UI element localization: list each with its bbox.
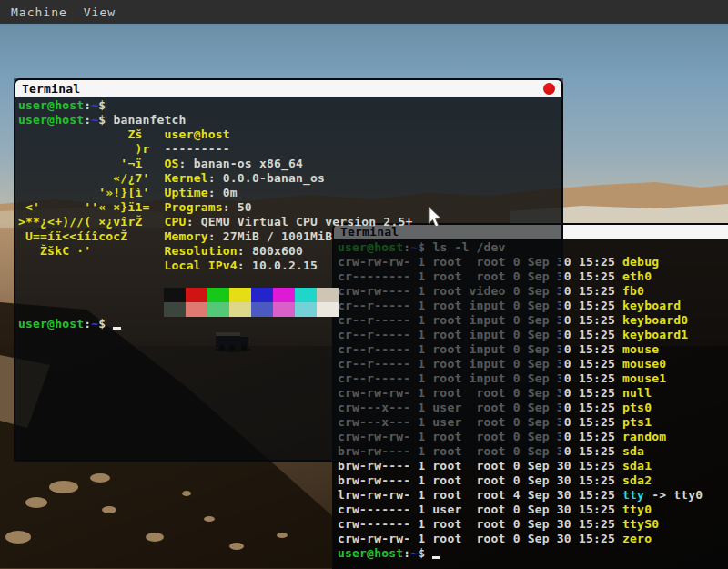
text-segment: U==íï<<ííîcocŽ (18, 229, 165, 243)
text-segment: lrw-rw-rw- 1 root root 4 Sep 30 15:25 (338, 488, 622, 502)
terminal-line: crw-rw-rw- 1 root root 0 Sep 30 15:25 ze… (338, 532, 728, 546)
palette-swatch (229, 302, 251, 317)
terminal-line (18, 273, 561, 288)
palette-swatch (317, 288, 339, 302)
terminal-line: lrw-rw-rw- 1 root root 4 Sep 30 15:25 tt… (338, 488, 728, 503)
text-segment: tty0 (622, 503, 652, 516)
text-segment: ttyS0 (622, 517, 659, 531)
terminal-line: ŽškC ·' Resolution: 800x600 (18, 244, 561, 259)
text-segment: : QEMU Virtual CPU version 2.5+ (187, 215, 413, 229)
text-segment: Kernel (165, 171, 208, 185)
color-palette-row (18, 288, 561, 302)
palette-swatch (229, 288, 251, 302)
palette-swatch (186, 302, 207, 317)
text-segment: pts1 (622, 415, 652, 429)
color-palette-row (18, 302, 561, 317)
palette-swatch (295, 302, 317, 317)
text-segment: : 10.0.2.15 (238, 259, 318, 272)
text-segment: bananfetch (113, 113, 186, 127)
text-segment: user@host (18, 98, 84, 112)
mouse-cursor-icon (428, 206, 446, 229)
text-segment: '¬ï (18, 157, 165, 170)
terminal-line: Local IPv4: 10.0.2.15 (18, 259, 561, 273)
menu-item-view[interactable]: View (84, 5, 116, 19)
text-segment: : 50 (223, 200, 252, 214)
text-segment: mouse0 (622, 357, 666, 371)
terminal-line: «/¿7' Kernel: 0.0.0-banan_os (18, 171, 561, 186)
text-segment: user@host (18, 317, 84, 330)
text-segment: sda1 (622, 459, 652, 472)
terminal-line: user@host:~$ bananfetch (18, 113, 561, 127)
terminal-line: crw------- 1 user root 0 Sep 30 15:25 tt… (338, 503, 728, 517)
palette-swatch (251, 288, 273, 302)
palette-swatch (251, 302, 273, 317)
terminal-line: brw-rw---- 1 root root 0 Sep 30 15:25 sd… (338, 473, 728, 488)
text-segment: Local IPv4 (165, 259, 238, 272)
text-segment: $ (98, 113, 113, 127)
terminal-line: user@host:~$ (338, 546, 728, 561)
palette-swatch (207, 302, 229, 317)
palette-swatch (186, 288, 207, 302)
text-segment: : 27MiB / 1001MiB (208, 229, 332, 243)
text-segment: OS (165, 157, 179, 170)
text-segment: Memory (165, 229, 208, 243)
text-segment: )r (18, 142, 165, 156)
terminal-line: crw------- 1 root root 0 Sep 30 15:25 tt… (338, 517, 728, 532)
text-segment: zero (622, 532, 652, 545)
text-segment: : banan-os x86_64 (179, 157, 303, 170)
terminal-line: '¬ï OS: banan-os x86_64 (18, 157, 561, 171)
terminal-line: )r --------- (18, 142, 561, 157)
text-cursor (113, 327, 121, 330)
text-segment: $ (98, 98, 106, 112)
terminal-line: >**¿<+)//( ×¿vîrŽ CPU: QEMU Virtual CPU … (18, 215, 561, 229)
text-segment: debug (622, 255, 659, 269)
close-button[interactable] (543, 83, 555, 95)
text-segment: mouse1 (622, 371, 666, 385)
text-segment: CPU (165, 215, 187, 229)
terminal-line: '»!}[ì' Uptime: 0m (18, 186, 561, 200)
palette-swatch (164, 288, 186, 302)
terminal-line: Zš user@host (18, 127, 561, 142)
text-segment: tty (622, 488, 644, 502)
text-segment: >**¿<+)//( ×¿vîrŽ (18, 215, 165, 229)
text-segment: user@host (165, 127, 230, 141)
palette-swatch (295, 288, 317, 302)
palette-swatch (164, 302, 186, 317)
text-segment: pts0 (622, 401, 652, 414)
text-segment: Resolution (165, 244, 238, 258)
palette-swatch (273, 288, 295, 302)
text-segment: Zš (18, 127, 165, 141)
terminal-line: <' ''« ×}ï1= Programs: 50 (18, 200, 561, 215)
text-segment: null (622, 386, 652, 400)
terminal-line: user@host:~$ (18, 317, 561, 331)
text-segment: crw------- 1 user root 0 Sep 30 15:25 (338, 503, 622, 516)
text-segment: crw-rw-rw- 1 root root 0 Sep 30 15:25 (338, 532, 622, 545)
text-segment: Uptime (165, 186, 208, 199)
menu-item-machine[interactable]: Machine (11, 5, 67, 19)
text-segment: sda2 (622, 473, 652, 487)
text-segment: <' ''« ×}ï1= (18, 200, 165, 214)
palette-swatch (273, 302, 295, 317)
text-segment: fb0 (622, 284, 644, 298)
text-segment: crw------- 1 root root 0 Sep 30 15:25 (338, 517, 622, 531)
window-title: Terminal (15, 82, 80, 96)
text-segment: $ (418, 546, 432, 560)
text-segment: $ (98, 317, 113, 330)
text-segment: random (622, 430, 666, 443)
text-segment: eth0 (622, 269, 652, 283)
text-segment: --------- (165, 142, 230, 156)
palette-swatch (317, 302, 339, 317)
text-segment: user@host (18, 113, 84, 127)
text-cursor (432, 556, 440, 559)
text-segment: mouse (622, 342, 659, 356)
text-segment: : 0m (208, 186, 238, 199)
text-segment: keyboard1 (622, 328, 688, 341)
terminal-line: user@host:~$ (18, 98, 561, 113)
text-segment: : 0.0.0-banan_os (208, 171, 325, 185)
text-segment: Programs (165, 200, 223, 214)
terminal-content[interactable]: user@host:~$user@host:~$ bananfetch Zš u… (15, 97, 561, 460)
text-segment: ŽškC ·' (18, 244, 165, 258)
text-segment: '»!}[ì' (18, 186, 165, 199)
titlebar[interactable]: Terminal (15, 80, 561, 97)
terminal-window-1: Terminal user@host:~$user@host:~$ bananf… (14, 78, 563, 462)
